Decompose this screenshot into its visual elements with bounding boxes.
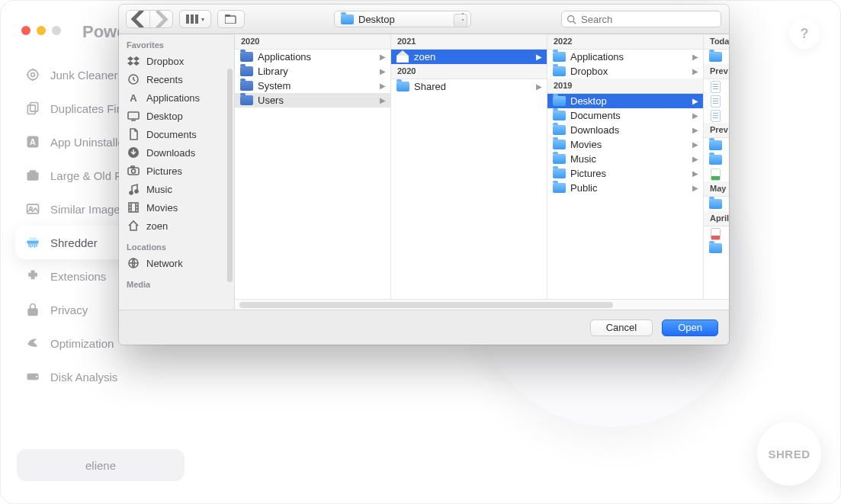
favorites-header: Favorites [119,34,234,52]
dialog-body: Favorites DropboxRecentsAApplicationsDes… [119,34,729,310]
open-button[interactable]: Open [662,319,718,336]
file-row[interactable] [704,226,729,241]
file-row[interactable]: Dropbox▶ [547,64,703,79]
favorites-item-label: Dropbox [146,56,184,67]
window-controls [21,26,61,35]
file-row[interactable]: Downloads▶ [547,123,703,137]
favorites-item-desktop[interactable]: Desktop [119,107,234,125]
svg-rect-7 [30,170,36,172]
folder-blue-icon [708,242,722,254]
favorites-item-label: Music [146,184,172,195]
column-section-header: 2019 [547,79,703,94]
favorites-item-label: Applications [146,92,200,104]
file-row[interactable] [704,50,729,64]
help-button[interactable]: ? [789,18,820,49]
file-row-label: Pictures [570,168,606,179]
file-row[interactable]: Public▶ [547,181,703,195]
file-row[interactable]: Documents▶ [547,108,703,123]
favorites-item-pictures[interactable]: Pictures [119,162,234,180]
column-header: Today [704,34,729,50]
folder-blue-icon [552,182,566,194]
file-row-label: Applications [258,51,311,63]
file-row-label: System [258,80,290,91]
file-row[interactable]: Applications▶ [235,50,390,64]
forward-button[interactable] [149,11,172,27]
column-header: 2020 [235,34,390,50]
file-row[interactable] [704,94,729,108]
favorites-item-zoen[interactable]: zoen [119,217,234,235]
file-row[interactable]: Shared▶ [391,79,547,94]
favorites-item-recents[interactable]: Recents [119,70,234,88]
file-row[interactable]: Desktop▶ [547,94,703,108]
file-row[interactable]: System▶ [235,79,390,93]
user-chip[interactable]: eliene [17,449,185,481]
horizontal-scrollbar[interactable] [235,299,729,310]
search-box[interactable] [561,11,721,27]
maximize-window-icon[interactable] [52,26,61,35]
file-row[interactable] [704,138,729,152]
file-row[interactable]: Pictures▶ [547,166,703,181]
privacy-icon [24,301,41,318]
file-row[interactable]: Music▶ [547,152,703,166]
file-row[interactable] [704,167,729,181]
sidebar-scrollbar[interactable] [227,69,233,282]
browser-column: 2020Applications▶Library▶System▶Users▶ [235,34,391,299]
large-icon [24,167,41,184]
chevron-right-icon: ▶ [380,96,386,104]
chevron-right-icon: ▶ [692,126,698,134]
ext-icon [24,268,41,284]
clock-icon [127,72,140,86]
search-input[interactable] [581,14,716,25]
group-button[interactable] [218,11,244,27]
sidebar-item-label: Shredder [50,236,98,249]
close-window-icon[interactable] [21,26,30,35]
favorites-item-downloads[interactable]: Downloads [119,143,234,162]
search-icon [567,14,576,24]
favorites-item-music[interactable]: Music [119,180,234,198]
file-row[interactable]: Library▶ [235,64,390,79]
back-button[interactable] [127,11,149,27]
sidebar-item-label: Disk Analysis [50,371,117,384]
file-row[interactable]: Applications▶ [547,50,703,64]
file-row-label: Music [570,153,596,165]
svg-line-20 [573,21,576,23]
sidebar-item-disk[interactable]: Disk Analysis [15,360,168,393]
favorites-item-dropbox[interactable]: Dropbox [119,52,234,70]
file-row[interactable] [704,241,729,255]
svg-point-13 [36,376,37,377]
shred-button[interactable]: SHRED [757,422,821,486]
favorites-sidebar: Favorites DropboxRecentsAApplicationsDes… [119,34,235,310]
dialog-footer: Cancel Open [119,310,729,345]
opt-icon [24,335,41,352]
file-row[interactable]: Movies▶ [547,137,703,152]
svg-text:A: A [30,137,36,146]
doc-grn-icon [708,169,722,180]
file-row[interactable] [704,79,729,94]
favorites-item-applications[interactable]: AApplications [119,88,234,107]
dialog-toolbar: ▾ Desktop ˄˅ [119,5,729,34]
file-row[interactable]: Users▶ [235,93,390,108]
chevron-right-icon: ▶ [692,111,698,120]
file-row[interactable]: zoen▶ [391,50,547,64]
favorites-item-label: Documents [146,129,197,140]
uninstall-icon: A [24,133,41,150]
doc-icon [127,127,140,141]
chevron-right-icon: ▶ [380,82,386,90]
disk-icon [24,368,41,385]
view-columns-button[interactable]: ▾ [180,11,210,27]
file-row[interactable] [704,108,729,123]
column-header: 2021 [391,34,547,50]
file-row[interactable] [704,197,729,211]
favorites-item-documents[interactable]: Documents [119,125,234,143]
folder-blue-icon [708,140,722,151]
favorites-item-movies[interactable]: Movies [119,198,234,217]
location-dropdown[interactable]: Desktop ˄˅ [334,11,471,27]
file-row[interactable] [704,152,729,167]
file-row-label: zoen [414,51,435,63]
file-row-label: Movies [570,139,602,150]
favorites-item-network[interactable]: Network [119,254,234,272]
folder-blue-icon [708,154,722,165]
cancel-button[interactable]: Cancel [590,319,653,336]
minimize-window-icon[interactable] [37,26,46,35]
file-row-label: Dropbox [570,66,608,77]
